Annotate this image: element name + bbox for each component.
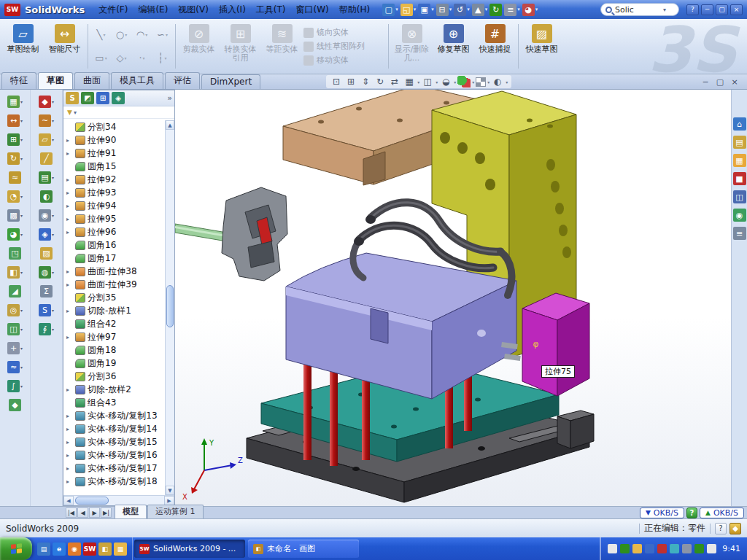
- tab-surfaces[interactable]: 曲面: [74, 72, 109, 89]
- tree-item[interactable]: 圆角17: [63, 252, 174, 265]
- tree-item[interactable]: 圆角16: [63, 238, 174, 252]
- expand-arrow-icon[interactable]: ▸: [66, 439, 73, 446]
- ime-icon[interactable]: [608, 544, 617, 553]
- tree-item[interactable]: ▸拉伸94: [63, 199, 174, 212]
- curves-tool-button[interactable]: ≈▾: [7, 361, 23, 373]
- freeform-tool-button[interactable]: S▾: [39, 304, 54, 316]
- start-button[interactable]: [0, 537, 32, 560]
- task-button[interactable]: SWSolidWorks 2009 - ...: [134, 540, 245, 558]
- menu-view[interactable]: 视图(V): [173, 3, 214, 16]
- expand-arrow-icon[interactable]: ▸: [66, 176, 73, 183]
- loft-tool-button[interactable]: ◔▾: [7, 190, 23, 203]
- zoom-area-icon[interactable]: ⊞: [344, 76, 357, 88]
- display-style-icon[interactable]: ◫: [421, 76, 434, 88]
- tree-item[interactable]: 分割35: [63, 291, 174, 304]
- reference-geometry-button[interactable]: +▾: [7, 342, 23, 354]
- tree-item[interactable]: ▸拉伸92: [63, 173, 174, 186]
- tree-item[interactable]: ▸实体-移动/复制15: [63, 435, 174, 448]
- security-alert-icon[interactable]: [657, 544, 667, 553]
- spline-tool-button[interactable]: ∫▾: [7, 380, 23, 392]
- propertymanager-tab-icon[interactable]: ◩: [81, 92, 94, 104]
- instant3d-tool-button[interactable]: ◆: [9, 399, 21, 411]
- fillet-tool-button[interactable]: ◕▾: [7, 228, 23, 241]
- language-icon[interactable]: [707, 544, 716, 553]
- show-desktop-icon[interactable]: ▤: [37, 542, 50, 556]
- next-tab-button[interactable]: ▶: [89, 508, 100, 518]
- tree-item[interactable]: 分割34: [63, 120, 174, 133]
- maximize-icon[interactable]: ▢: [716, 4, 728, 15]
- tree-item[interactable]: ▸拉伸90: [63, 133, 174, 147]
- media-player-icon[interactable]: ◉: [68, 542, 81, 556]
- upload-meter[interactable]: ▲ OKB/S: [700, 508, 744, 518]
- search-box[interactable]: ▾: [600, 3, 679, 16]
- appearances-scenes-icon[interactable]: ◉: [733, 209, 746, 222]
- tree-item[interactable]: ▸拉伸91: [63, 147, 174, 160]
- appearance-button[interactable]: ◕▾: [522, 4, 538, 16]
- volume-icon[interactable]: [682, 544, 692, 553]
- tree-item[interactable]: ▸实体-移动/复制14: [63, 422, 174, 435]
- polygon-icon[interactable]: ◇: [112, 47, 131, 69]
- arc-icon[interactable]: ◠: [132, 23, 152, 46]
- network-icon[interactable]: [645, 544, 654, 553]
- antivirus-icon[interactable]: [620, 544, 630, 553]
- extrude-tool-button[interactable]: ⊞▾: [7, 133, 23, 146]
- curve-tool-button[interactable]: ~▾: [39, 114, 54, 127]
- material-tool-button[interactable]: ▤▾: [39, 171, 54, 184]
- rotate-view-icon[interactable]: ↻: [374, 76, 387, 88]
- expand-arrow-icon[interactable]: ▸: [66, 268, 73, 275]
- plane-tool-button[interactable]: ▱▾: [39, 133, 54, 146]
- menu-tools[interactable]: 工具(T): [251, 3, 291, 16]
- expand-arrow-icon[interactable]: ▸: [66, 426, 73, 432]
- quick-snaps-button[interactable]: #快速捕捉: [475, 20, 515, 72]
- scroll-left-icon[interactable]: ◀: [63, 496, 74, 505]
- minimize-window-icon[interactable]: ─: [700, 77, 711, 87]
- tab-mold-tools[interactable]: 模具工具: [111, 72, 163, 89]
- offset-entities-button[interactable]: ≋等距实体: [262, 20, 302, 72]
- dropdown-caret-icon[interactable]: ▾: [472, 79, 474, 85]
- folder-quicklaunch-icon[interactable]: ▦: [114, 542, 127, 556]
- expand-arrow-icon[interactable]: ▸: [66, 203, 73, 209]
- dimension-tool-button[interactable]: ↔▾: [7, 114, 23, 127]
- zoom-fit-icon[interactable]: ⊡: [330, 76, 343, 88]
- tree-item[interactable]: ▸曲面-拉伸38: [63, 265, 174, 278]
- file-explorer-icon[interactable]: ▦: [733, 154, 746, 167]
- equations-tool-button[interactable]: Σ: [40, 285, 53, 298]
- pattern-tool-button[interactable]: ▩▾: [7, 209, 23, 222]
- expand-arrow-icon[interactable]: ▸: [66, 308, 73, 314]
- model-support-block[interactable]: [557, 411, 594, 448]
- status-tag-icon[interactable]: ◆: [729, 523, 741, 534]
- rebuild-button[interactable]: ↻: [489, 4, 502, 16]
- zoom-in-out-icon[interactable]: ⇕: [359, 76, 372, 88]
- expand-arrow-icon[interactable]: ▸: [66, 150, 73, 157]
- tree-item[interactable]: ▸实体-移动/复制18: [63, 475, 174, 488]
- status-help-icon[interactable]: ?: [715, 523, 727, 534]
- expand-arrow-icon[interactable]: ▸: [66, 386, 73, 393]
- spline-handle-tool-button[interactable]: ∮▾: [39, 323, 54, 335]
- display-delete-relations-button[interactable]: ⊗显示/删除几...: [392, 20, 432, 72]
- menu-insert[interactable]: 插入(I): [214, 3, 251, 16]
- move-entities-button[interactable]: 移动实体: [303, 55, 385, 66]
- expand-arrow-icon[interactable]: ▸: [66, 216, 73, 222]
- rectangle-icon[interactable]: ▭: [91, 47, 111, 69]
- expand-arrow-icon[interactable]: ▸: [66, 452, 73, 459]
- tree-item[interactable]: 分割36: [63, 370, 174, 383]
- expand-arrow-icon[interactable]: ▸: [66, 334, 73, 341]
- internet-explorer-icon[interactable]: e: [53, 542, 66, 556]
- tab-dimxpert[interactable]: DimXpert: [201, 74, 260, 89]
- linear-sketch-pattern-button[interactable]: 线性草图阵列: [303, 41, 385, 52]
- toolbox-icon[interactable]: ■: [733, 172, 746, 185]
- configurationmanager-tab-icon[interactable]: ⊞: [96, 92, 109, 104]
- resources-home-icon[interactable]: ⌂: [733, 117, 746, 131]
- tree-item[interactable]: ▸拉伸93: [63, 186, 174, 199]
- texture-tool-button[interactable]: ▨: [40, 247, 53, 260]
- hscroll-thumb[interactable]: [75, 497, 109, 505]
- filter-icon[interactable]: ▼: [67, 109, 72, 116]
- download-meter[interactable]: ▼ OKB/S: [640, 508, 684, 518]
- model-slider-block[interactable]: φ: [522, 293, 589, 396]
- line-icon[interactable]: ╲: [91, 23, 111, 46]
- tab-sketch[interactable]: 草图: [38, 72, 73, 89]
- model-canvas[interactable]: φ Y Z X: [175, 90, 731, 506]
- point-icon[interactable]: ·: [132, 47, 152, 69]
- messenger-icon[interactable]: [632, 544, 642, 553]
- tab-motion-study-1[interactable]: 运动算例 1: [147, 505, 204, 518]
